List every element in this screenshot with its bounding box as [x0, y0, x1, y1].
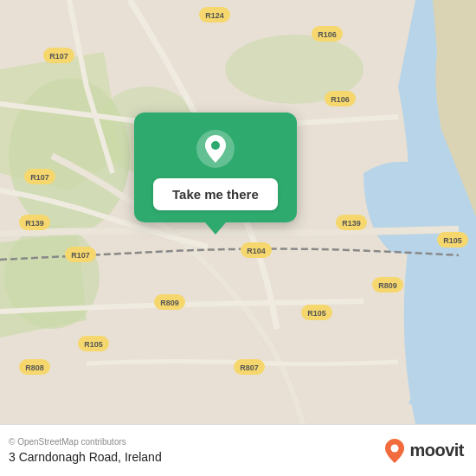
location-popup: Take me there	[134, 113, 297, 235]
bottom-bar: © OpenStreetMap contributors 3 Carndonag…	[0, 424, 476, 476]
svg-text:R107: R107	[49, 52, 68, 61]
svg-point-42	[391, 444, 399, 452]
svg-text:R809: R809	[160, 299, 179, 307]
take-me-there-button[interactable]: Take me there	[153, 178, 278, 210]
svg-text:R107: R107	[71, 251, 90, 260]
svg-text:R105: R105	[84, 340, 103, 349]
svg-text:R139: R139	[25, 219, 44, 228]
svg-text:R105: R105	[307, 309, 326, 318]
svg-text:R139: R139	[342, 219, 361, 228]
svg-text:R807: R807	[240, 363, 259, 372]
location-pin-icon	[195, 128, 236, 170]
svg-point-41	[211, 141, 220, 150]
address-text: 3 Carndonagh Road, Ireland	[9, 450, 162, 464]
svg-text:R809: R809	[378, 281, 397, 290]
svg-text:R124: R124	[205, 11, 224, 20]
svg-text:R106: R106	[318, 30, 337, 39]
moovit-pin-icon	[385, 439, 404, 463]
moovit-brand-text: moovit	[409, 441, 464, 460]
svg-text:R104: R104	[247, 247, 266, 255]
svg-text:R105: R105	[443, 236, 462, 245]
bottom-left: © OpenStreetMap contributors 3 Carndonag…	[9, 437, 162, 464]
svg-text:R808: R808	[25, 363, 44, 372]
popup-box: Take me there	[134, 113, 297, 222]
attribution-text: © OpenStreetMap contributors	[9, 437, 162, 447]
popup-tail	[205, 222, 226, 235]
map-container: R107 R107 R107 R139 R104 R809 R105 R105 …	[0, 0, 476, 424]
moovit-logo: moovit	[385, 439, 464, 463]
svg-text:R107: R107	[30, 173, 49, 182]
svg-text:R106: R106	[331, 95, 350, 104]
